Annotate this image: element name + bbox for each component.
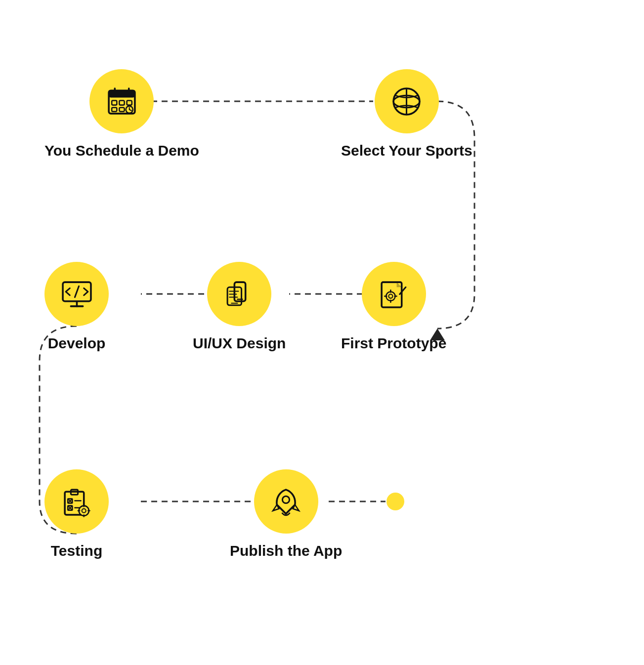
step-publish: Publish the App xyxy=(230,469,342,559)
svg-point-54 xyxy=(283,496,290,503)
testing-icon xyxy=(61,486,93,518)
uxdesign-icon xyxy=(223,278,256,310)
develop-icon xyxy=(61,278,93,310)
svg-point-19 xyxy=(386,291,395,300)
circle-prototype xyxy=(362,262,426,326)
prototype-icon xyxy=(378,278,410,310)
step-uxdesign: UI/UX Design xyxy=(193,262,286,352)
svg-rect-9 xyxy=(112,107,117,111)
svg-rect-3 xyxy=(109,90,135,97)
step-schedule-label: You Schedule a Demo xyxy=(44,142,199,159)
step-develop: Develop xyxy=(44,262,109,352)
circle-publish xyxy=(254,469,318,534)
diagram-container: You Schedule a Demo Select Your Sports xyxy=(0,0,644,665)
calendar-icon xyxy=(106,85,138,118)
end-dot xyxy=(386,493,404,510)
publish-icon xyxy=(270,486,302,518)
svg-rect-6 xyxy=(112,100,117,105)
svg-point-20 xyxy=(389,294,393,298)
step-uxdesign-label: UI/UX Design xyxy=(193,335,286,352)
step-testing: Testing xyxy=(44,469,109,559)
svg-rect-10 xyxy=(119,107,124,111)
step-sports-label: Select Your Sports xyxy=(341,142,472,159)
circle-schedule xyxy=(89,69,154,133)
step-prototype-label: First Prototype xyxy=(341,335,446,352)
svg-marker-26 xyxy=(400,287,406,294)
circle-sports xyxy=(375,69,439,133)
step-publish-label: Publish the App xyxy=(230,542,342,559)
sports-icon xyxy=(390,85,423,118)
step-testing-label: Testing xyxy=(51,542,102,559)
step-sports: Select Your Sports xyxy=(341,69,472,159)
circle-uxdesign xyxy=(207,262,271,326)
step-prototype: First Prototype xyxy=(341,262,446,352)
svg-line-37 xyxy=(75,286,79,297)
step-schedule: You Schedule a Demo xyxy=(44,69,199,159)
svg-rect-8 xyxy=(127,100,132,105)
circle-develop xyxy=(44,262,109,326)
step-develop-label: Develop xyxy=(48,335,106,352)
circle-testing xyxy=(44,469,109,534)
svg-rect-7 xyxy=(119,100,124,105)
